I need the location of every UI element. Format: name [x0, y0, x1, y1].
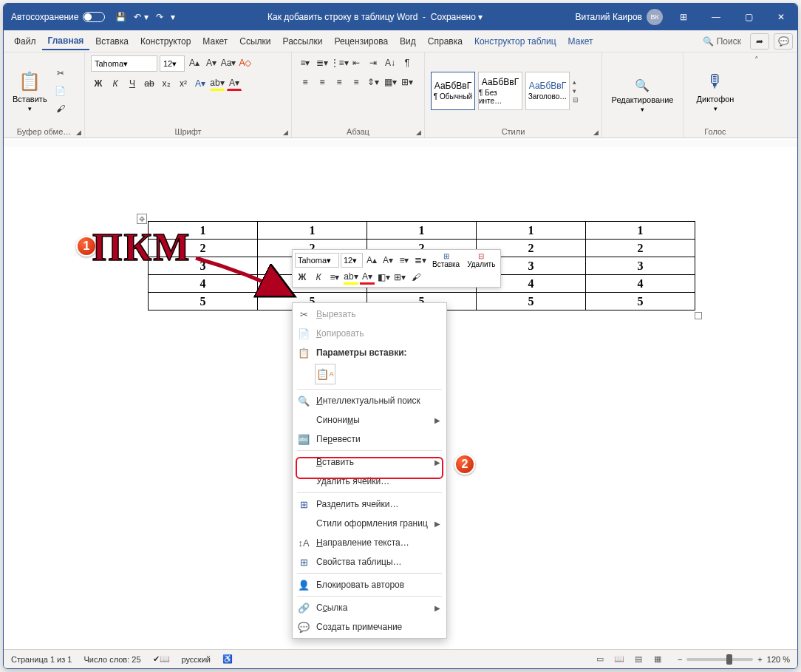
- table-cell[interactable]: 1: [149, 222, 258, 240]
- text-effects-button[interactable]: A▾: [193, 76, 208, 91]
- table-cell[interactable]: 5: [586, 293, 695, 310]
- collapse-ribbon-icon[interactable]: ˄: [754, 55, 759, 65]
- tab-home[interactable]: Главная: [42, 33, 90, 50]
- mini-font-select[interactable]: Tahoma ▾: [295, 253, 339, 268]
- undo-icon[interactable]: ↶ ▾: [134, 12, 148, 22]
- superscript-button[interactable]: x²: [176, 76, 191, 91]
- ctx-insert[interactable]: Вставить▶: [293, 452, 446, 472]
- grow-font-button[interactable]: A▴: [187, 55, 202, 70]
- ctx-link[interactable]: 🔗Ссылка▶: [293, 598, 446, 617]
- show-marks-button[interactable]: ¶: [400, 55, 415, 70]
- ctx-synonyms[interactable]: Синонимы▶: [293, 410, 446, 430]
- dictate-button[interactable]: 🎙 Диктофон ▾: [694, 68, 737, 114]
- maximize-button[interactable]: ▢: [732, 4, 765, 30]
- style-normal[interactable]: АаБбВвГ¶ Обычный: [431, 72, 475, 110]
- close-button[interactable]: ✕: [765, 4, 797, 30]
- align-right-button[interactable]: ≡: [332, 75, 347, 89]
- save-icon[interactable]: 💾: [115, 12, 126, 22]
- table-resize-handle-icon[interactable]: [695, 312, 702, 319]
- mini-insert-button[interactable]: ⊞Вставка: [429, 252, 463, 268]
- redo-icon[interactable]: ↷: [156, 12, 163, 22]
- tab-insert[interactable]: Вставка: [89, 33, 134, 50]
- mini-format-painter[interactable]: 🖌: [409, 270, 423, 285]
- style-heading1[interactable]: АаБбВвГЗаголово…: [525, 72, 570, 110]
- zoom-out-icon[interactable]: −: [678, 655, 682, 664]
- table-cell[interactable]: 1: [477, 222, 586, 240]
- tab-review[interactable]: Рецензирова: [328, 33, 394, 50]
- sort-button[interactable]: A↓: [383, 55, 398, 70]
- tab-help[interactable]: Справка: [422, 33, 468, 50]
- numbering-button[interactable]: ≣▾: [315, 55, 330, 70]
- increase-indent-button[interactable]: ⇥: [366, 55, 381, 70]
- dialog-launcher-icon[interactable]: ◢: [283, 129, 288, 136]
- style-nospacing[interactable]: АаБбВвГ¶ Без инте…: [478, 72, 522, 110]
- shading-button[interactable]: ▦▾: [383, 75, 398, 89]
- table-cell[interactable]: 3: [586, 257, 695, 275]
- strike-button[interactable]: ab: [142, 76, 157, 91]
- status-language[interactable]: русский: [182, 655, 211, 664]
- font-color-button[interactable]: A▾: [227, 76, 242, 91]
- tab-references[interactable]: Ссылки: [234, 33, 276, 50]
- share-button[interactable]: ➦: [750, 33, 769, 50]
- mini-bullets[interactable]: ≡▾: [397, 253, 412, 268]
- change-case-button[interactable]: Aa▾: [221, 55, 236, 70]
- cut-button[interactable]: ✂: [53, 66, 68, 81]
- italic-button[interactable]: К: [108, 76, 123, 91]
- styles-down-icon[interactable]: ▾: [573, 87, 579, 95]
- tab-layout[interactable]: Макет: [197, 33, 234, 50]
- table-cell[interactable]: 5: [149, 293, 258, 310]
- status-accessibility-icon[interactable]: ♿: [222, 654, 233, 664]
- ctx-block-authors[interactable]: 👤Блокировать авторов: [293, 575, 446, 594]
- shrink-font-button[interactable]: A▾: [204, 55, 219, 70]
- ctx-delete-cells[interactable]: Удалить ячейки…: [293, 472, 446, 491]
- mini-borders[interactable]: ⊞▾: [392, 270, 407, 285]
- view-focus-icon[interactable]: ▭: [592, 653, 608, 666]
- styles-up-icon[interactable]: ▴: [573, 78, 579, 86]
- mini-size-select[interactable]: 12 ▾: [341, 253, 363, 268]
- table-cell[interactable]: 1: [586, 222, 695, 240]
- status-page[interactable]: Страница 1 из 1: [11, 655, 72, 664]
- ctx-cut[interactable]: ✂Вырезать: [293, 305, 446, 324]
- line-spacing-button[interactable]: ⇕▾: [366, 75, 381, 89]
- tab-file[interactable]: Файл: [8, 33, 42, 50]
- document-canvas[interactable]: ✥ 11111 22222 33333 44444 55555 1 ПКМ Ta…: [4, 140, 797, 649]
- table-cell[interactable]: 2: [586, 240, 695, 257]
- table-cell[interactable]: 2: [149, 240, 258, 257]
- multilevel-button[interactable]: ⋮≡▾: [332, 55, 347, 70]
- align-left-button[interactable]: ≡: [298, 75, 313, 89]
- comments-button[interactable]: 💬: [774, 33, 793, 50]
- mini-grow-font[interactable]: A▴: [364, 253, 379, 268]
- ctx-table-properties[interactable]: ⊞Свойства таблицы…: [293, 552, 446, 571]
- copy-button[interactable]: 📄: [53, 84, 68, 98]
- tab-view[interactable]: Вид: [394, 33, 422, 50]
- view-print-icon[interactable]: ▤: [630, 653, 647, 666]
- search-box[interactable]: 🔍 Поиск: [703, 36, 741, 47]
- font-name-select[interactable]: Tahoma ▾: [91, 55, 157, 72]
- ctx-border-styles[interactable]: Стили оформления границ▶: [293, 514, 446, 533]
- zoom-level[interactable]: 120 %: [767, 655, 790, 664]
- borders-button[interactable]: ⊞▾: [400, 75, 415, 89]
- styles-more-icon[interactable]: ⊟: [573, 96, 579, 103]
- table-cell[interactable]: 3: [149, 257, 258, 275]
- table-cell[interactable]: 1: [258, 222, 367, 240]
- table-move-handle-icon[interactable]: ✥: [137, 214, 147, 224]
- ctx-split-cells[interactable]: ⊞Разделить ячейки…: [293, 495, 446, 514]
- status-spellcheck-icon[interactable]: ✔📖: [153, 654, 170, 664]
- format-painter-button[interactable]: 🖌: [53, 101, 68, 116]
- align-center-button[interactable]: ≡: [315, 75, 330, 89]
- dialog-launcher-icon[interactable]: ◢: [416, 129, 421, 136]
- mini-highlight[interactable]: ab▾: [344, 270, 358, 285]
- view-read-icon[interactable]: 📖: [611, 653, 627, 666]
- table-cell[interactable]: 4: [149, 275, 258, 293]
- user-account[interactable]: Виталий Каиров ВК: [575, 9, 663, 25]
- paste-button[interactable]: 📋 Вставить ▾: [10, 68, 50, 114]
- ctx-new-comment[interactable]: 💬Создать примечание: [293, 617, 446, 637]
- minimize-button[interactable]: —: [700, 4, 732, 30]
- mini-bold[interactable]: Ж: [295, 270, 310, 285]
- dialog-launcher-icon[interactable]: ◢: [593, 129, 599, 136]
- ctx-translate[interactable]: 🔤Перевести: [293, 430, 446, 449]
- mini-shading[interactable]: ◧▾: [376, 270, 391, 285]
- table-cell[interactable]: 1: [367, 222, 477, 240]
- justify-button[interactable]: ≡: [349, 75, 364, 89]
- ctx-text-direction[interactable]: ↕AНаправление текста…: [293, 533, 446, 552]
